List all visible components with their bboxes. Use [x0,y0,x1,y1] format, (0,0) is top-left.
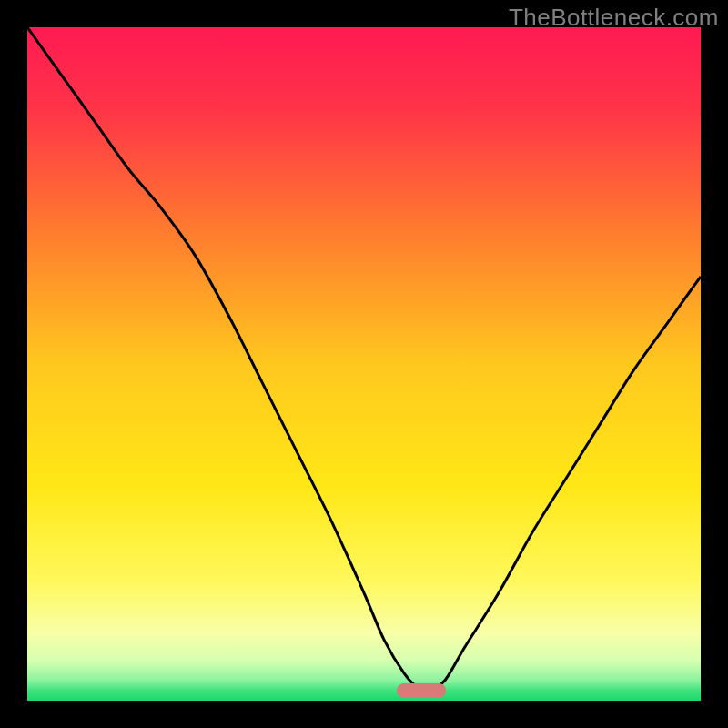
optimum-marker [397,683,446,698]
plot-area [27,27,701,701]
chart-frame: TheBottleneck.com [0,0,728,728]
watermark-text: TheBottleneck.com [509,4,719,32]
curve-path [27,27,701,689]
bottleneck-curve [27,27,701,701]
